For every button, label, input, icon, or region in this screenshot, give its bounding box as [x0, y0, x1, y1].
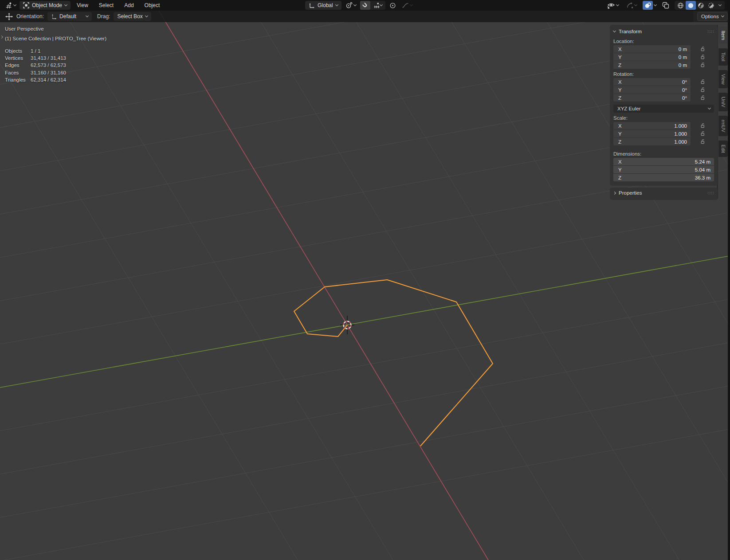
tab-edit[interactable]: Edit [718, 141, 728, 157]
tab-rmuv[interactable]: rmUV [718, 116, 728, 136]
orientation-dropdown[interactable]: Default [47, 12, 92, 21]
scale-x-row: X 1.000 [613, 122, 714, 129]
chevron-down-icon [410, 3, 413, 6]
menu-object[interactable]: Object [140, 0, 165, 11]
pivot-point-button[interactable] [344, 1, 358, 10]
transform-panel-header[interactable]: Transform ∷∷ [613, 27, 714, 36]
dimensions-x-row: X 5.24 m [613, 158, 714, 165]
tab-univ[interactable]: UniV [718, 93, 728, 111]
chevron-right-icon [0, 35, 3, 38]
tool-settings-bar: Orientation: Default Drag: Select Box [0, 11, 730, 22]
drag-value: Select Box [117, 13, 142, 20]
chevron-down-icon [616, 3, 619, 6]
location-y-row: Y 0 m [613, 53, 714, 61]
magnet-icon [362, 2, 368, 8]
lock-icon[interactable] [700, 123, 706, 129]
stat-row: Objects 1 / 1 [5, 47, 106, 55]
drag-label: Drag: [97, 13, 110, 20]
properties-panel-title: Properties [619, 190, 642, 196]
shading-rendered-icon [708, 2, 714, 9]
menu-view[interactable]: View [72, 0, 93, 11]
rotation-x-field[interactable]: X 0° [613, 78, 691, 86]
dimensions-y-field[interactable]: Y 5.04 m [613, 166, 714, 173]
sidebar-tabs: Item Tool View UniV rmUV Edit [718, 27, 728, 161]
context-path: (1) Scene Collection | PROTO_Tree (Viewe… [5, 35, 106, 42]
chevron-down-icon [380, 3, 383, 6]
rotation-mode-dropdown[interactable]: XYZ Euler [613, 105, 714, 113]
panel-drag-icon[interactable]: ∷∷ [707, 191, 714, 196]
scale-z-field[interactable]: Z 1.000 [613, 138, 691, 145]
view-name: User Perspective [5, 25, 106, 32]
orientation-value: Default [59, 13, 76, 20]
shading-wireframe-button[interactable] [675, 1, 686, 10]
dimensions-x-field[interactable]: X 5.24 m [613, 158, 714, 165]
lock-icon[interactable] [700, 62, 706, 68]
shading-rendered-button[interactable] [706, 1, 716, 10]
panel-drag-icon[interactable]: ∷∷ [707, 29, 714, 34]
editor-type-button[interactable] [4, 1, 18, 10]
lock-icon[interactable] [700, 95, 706, 101]
object-visibility-button[interactable] [605, 1, 620, 10]
chevron-down-icon [613, 29, 616, 32]
viewport-header: Object Mode View Select Add Object Globa… [0, 0, 730, 11]
overlays-toggle-button[interactable] [643, 1, 653, 10]
orientation-default-icon [51, 14, 57, 20]
object-outline[interactable] [294, 280, 493, 446]
location-y-field[interactable]: Y 0 m [613, 53, 691, 61]
blender-3d-viewport: Object Mode View Select Add Object Globa… [0, 0, 730, 560]
menu-add[interactable]: Add [120, 0, 138, 11]
shading-material-button[interactable] [696, 1, 706, 10]
stat-row: Edges 62,573 / 62,573 [5, 62, 106, 69]
dimensions-label: Dimensions: [613, 151, 714, 157]
mode-dropdown[interactable]: Object Mode [20, 1, 71, 10]
chevron-down-icon [353, 3, 357, 6]
lock-icon[interactable] [700, 54, 706, 60]
options-label: Options [701, 14, 719, 19]
location-x-field[interactable]: X 0 m [613, 45, 691, 53]
chevron-down-icon [634, 3, 637, 6]
rotation-z-field[interactable]: Z 0° [613, 94, 691, 102]
object-mode-icon [23, 2, 29, 8]
stat-row: Triangles 62,314 / 62,314 [5, 76, 106, 83]
lock-icon[interactable] [700, 79, 706, 85]
drag-dropdown[interactable]: Select Box [114, 12, 151, 21]
lock-icon[interactable] [700, 139, 706, 145]
tab-view[interactable]: View [718, 70, 728, 89]
scale-y-field[interactable]: Y 1.000 [613, 130, 691, 137]
proportional-editing-button[interactable] [388, 1, 398, 10]
falloff-curve-icon [402, 2, 409, 8]
gizmos-button[interactable] [624, 1, 639, 10]
properties-panel-header[interactable]: Properties ∷∷ [613, 190, 714, 196]
proportional-falloff-button[interactable] [400, 1, 414, 10]
location-z-field[interactable]: Z 0 m [613, 61, 691, 69]
rotation-z-row: Z 0° [613, 94, 714, 102]
options-zone: Options [693, 11, 728, 22]
scene-statistics: Objects 1 / 1 Vertices 31,413 / 31,413 E… [5, 47, 106, 83]
shading-wireframe-icon [677, 2, 684, 9]
toolbar-region-toggle[interactable] [0, 34, 5, 40]
shading-solid-icon [687, 2, 694, 9]
xray-toggle-button[interactable] [660, 1, 671, 10]
snap-toggle-button[interactable] [360, 1, 370, 10]
stat-row: Faces 31,160 / 31,160 [5, 69, 106, 76]
scale-y-row: Y 1.000 [613, 130, 714, 137]
transform-orientation-dropdown[interactable]: Global [305, 1, 341, 10]
snap-settings-button[interactable] [370, 1, 385, 10]
lock-icon[interactable] [700, 46, 706, 52]
viewport-info-overlay: User Perspective (1) Scene Collection | … [5, 25, 106, 83]
dimensions-z-field[interactable]: Z 36.3 m [613, 174, 714, 181]
menu-select[interactable]: Select [94, 0, 118, 11]
chevron-right-icon [613, 191, 616, 194]
move-tool-icon[interactable] [5, 13, 13, 20]
lock-icon[interactable] [700, 87, 706, 93]
rotation-y-field[interactable]: Y 0° [613, 86, 691, 94]
scale-x-field[interactable]: X 1.000 [613, 122, 691, 129]
proportional-editing-icon [389, 2, 396, 9]
gizmo-icon [626, 2, 633, 9]
tab-item[interactable]: Item [718, 27, 728, 44]
lock-icon[interactable] [700, 131, 706, 137]
orientation-global-icon [309, 2, 315, 8]
tab-tool[interactable]: Tool [718, 48, 728, 65]
options-button[interactable]: Options [697, 12, 728, 21]
shading-solid-button[interactable] [686, 1, 696, 10]
